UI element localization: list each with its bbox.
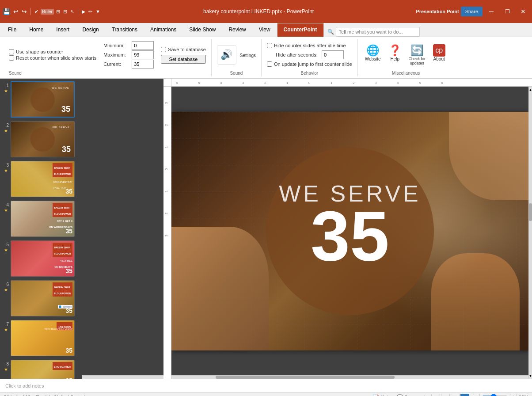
zoom-in-btn[interactable]: +	[510, 394, 517, 396]
share-button[interactable]: Share	[461, 7, 483, 16]
tab-design[interactable]: Design	[76, 23, 105, 37]
svg-text:1: 1	[164, 146, 168, 148]
slide-item-3[interactable]: 3 ★ BAKERY SHOPFLOUR POWER OPEN EVERY DA…	[2, 160, 80, 198]
svg-text:4: 4	[220, 81, 222, 85]
current-input[interactable]	[132, 60, 154, 69]
presentation-point-label: Presentation Point	[416, 9, 459, 14]
notes-button[interactable]: 📝 Notes	[373, 394, 393, 396]
tab-transitions[interactable]: Transitions	[106, 23, 144, 37]
brush-icon[interactable]: ✏	[87, 9, 93, 15]
undo-icon[interactable]: ↩	[12, 8, 19, 15]
slide-thumb-7[interactable]: LIVE NEWS Never Discount Our Counter 35	[11, 320, 75, 356]
restore-button[interactable]: ❐	[500, 7, 514, 16]
about-button[interactable]: cp About	[429, 44, 449, 65]
tab-review[interactable]: Review	[222, 23, 252, 37]
scrollbar-vertical[interactable]: ▲ ▼	[528, 87, 532, 379]
comments-button[interactable]: 💬 Comments	[397, 394, 428, 396]
slide-item-1[interactable]: 1 ★ WE SERVE 35	[2, 80, 80, 118]
checkmark-icon[interactable]: ✔	[34, 9, 39, 15]
check-updates-label: Check for updates	[407, 57, 427, 65]
slide-sorter-btn[interactable]: ⊟	[441, 394, 450, 396]
slide-item-7[interactable]: 7 ★ LIVE NEWS Never Discount Our Counter…	[2, 319, 80, 357]
settings-group: Use shape as counter Reset counter when …	[4, 39, 212, 76]
tab-insert[interactable]: Insert	[50, 23, 76, 37]
behavior-group: Hide counter slides after idle time Hide…	[262, 39, 358, 76]
save-icon[interactable]: 💾	[2, 8, 11, 15]
zoom-out-btn[interactable]: −	[473, 394, 480, 396]
sound-group-label: Sound	[217, 71, 256, 76]
tab-file[interactable]: File	[2, 23, 23, 37]
reset-counter-checkbox[interactable]	[9, 55, 14, 61]
tab-view[interactable]: View	[253, 23, 277, 37]
tab-animations[interactable]: Animations	[144, 23, 183, 37]
zoom-level: 93%	[519, 395, 528, 396]
tell-me-input[interactable]	[336, 27, 420, 37]
reset-counter-label: Reset counter when slide show starts	[16, 55, 96, 61]
window-title: bakery counterpoint LINKED.pptx - PowerP…	[101, 8, 416, 15]
ruler-icon[interactable]: Ruler	[41, 9, 54, 15]
scrollbar-thumb-v[interactable]	[529, 203, 532, 221]
check-updates-button[interactable]: 🔄 Check for updates	[407, 44, 427, 65]
normal-view-btn[interactable]: ⊞	[431, 394, 440, 396]
website-button[interactable]: 🌐 Website	[363, 44, 383, 65]
table-icon[interactable]: ⊞	[55, 9, 61, 15]
tab-slideshow[interactable]: Slide Show	[183, 23, 222, 37]
slide-number-7: 7	[3, 320, 9, 327]
slide-thumb-4[interactable]: BAKERY SHOPFLOUR POWER PAY 2 GET 3ON WED…	[11, 201, 75, 237]
svg-text:4: 4	[397, 81, 399, 85]
scroll-up-btn[interactable]: ▲	[529, 87, 532, 93]
scroll-down-btn[interactable]: ▼	[529, 373, 532, 379]
save-to-database-checkbox[interactable]	[161, 47, 166, 52]
use-shape-label: Use shape as counter	[16, 49, 63, 54]
close-button[interactable]: ✕	[516, 7, 530, 16]
settings-checkboxes: Use shape as counter Reset counter when …	[9, 48, 96, 61]
slide-item-8[interactable]: 8 ★ LIVE WEATHER 35	[2, 359, 80, 379]
layout-icon[interactable]: ⊟	[62, 9, 68, 15]
more-icon[interactable]: ▼	[95, 9, 101, 14]
slide-item-2[interactable]: 2 ★ WE SERVE 35	[2, 120, 80, 158]
svg-text:2: 2	[164, 212, 168, 214]
about-label: About	[433, 57, 445, 61]
redo-icon[interactable]: ↪	[21, 8, 28, 15]
tab-counterpoint[interactable]: CounterPoint	[277, 23, 324, 37]
slide-thumb-8[interactable]: LIVE WEATHER 35	[11, 360, 75, 379]
reading-view-btn[interactable]: 📖	[451, 394, 460, 396]
cursor-icon[interactable]: ↖	[69, 9, 75, 15]
svg-text:6: 6	[441, 81, 443, 85]
hide-after-input[interactable]	[322, 50, 344, 59]
slide-number-8: 8	[3, 360, 9, 366]
minimize-button[interactable]: ─	[484, 7, 498, 16]
hide-counter-checkbox[interactable]	[267, 43, 272, 48]
ribbon: File Home Insert Design Transitions Anim…	[0, 23, 532, 79]
main-slide[interactable]: WE SERVE 35	[171, 112, 528, 350]
minimum-input[interactable]	[132, 41, 154, 50]
slide-thumb-1[interactable]: WE SERVE 35	[11, 81, 75, 118]
on-update-checkbox[interactable]	[267, 61, 272, 67]
slideshow-btn[interactable]: ▶	[460, 394, 469, 396]
set-database-button[interactable]: Set database	[161, 55, 206, 64]
save-to-database-label: Save to database	[168, 47, 206, 52]
scrollbar-horizontal[interactable]	[82, 375, 528, 379]
settings-button[interactable]: 🔊	[217, 45, 236, 65]
play-icon[interactable]: ▶	[81, 9, 86, 15]
tab-home[interactable]: Home	[23, 23, 50, 37]
svg-text:1: 1	[164, 190, 168, 192]
slide-item-4[interactable]: 4 ★ BAKERY SHOPFLOUR POWER PAY 2 GET 3ON…	[2, 200, 80, 238]
slide-thumb-3[interactable]: BAKERY SHOPFLOUR POWER OPEN EVERY DAY07:…	[11, 161, 75, 197]
notes-label: Notes	[380, 395, 393, 396]
maximum-input[interactable]	[132, 50, 154, 59]
help-button[interactable]: ❓ Help	[385, 44, 405, 65]
behavior-content: Hide counter slides after idle time Hide…	[267, 39, 352, 71]
slide-item-6[interactable]: 6 ★ BAKERY SHOPFLOUR POWER 📘 Facebook 35	[2, 279, 80, 317]
settings-group-label: Sound	[9, 71, 206, 76]
use-shape-checkbox[interactable]	[9, 49, 14, 54]
behavior-group-label: Behavior	[267, 71, 352, 76]
minimum-label: Minimum:	[103, 43, 130, 48]
slide-thumb-2[interactable]: WE SERVE 35	[11, 121, 75, 157]
scrollbar-thumb-h[interactable]	[216, 376, 394, 379]
help-label: Help	[390, 57, 399, 61]
hide-after-label: Hide after seconds:	[276, 52, 320, 57]
slide-thumb-5[interactable]: BAKERY SHOPFLOUR POWER 4+1 FREEON MONDAY…	[11, 240, 75, 277]
slide-item-5[interactable]: 5 ★ BAKERY SHOPFLOUR POWER 4+1 FREEON MO…	[2, 240, 80, 278]
slide-thumb-6[interactable]: BAKERY SHOPFLOUR POWER 📘 Facebook 35	[11, 280, 75, 316]
